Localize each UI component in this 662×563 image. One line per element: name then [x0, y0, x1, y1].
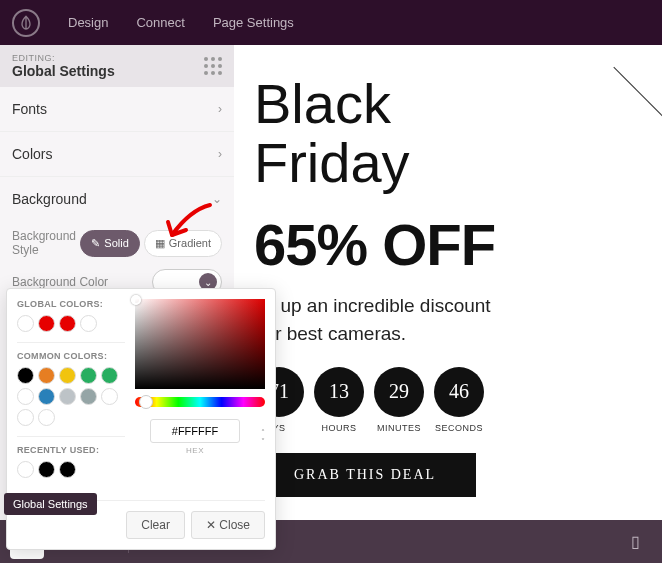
- hex-stepper[interactable]: ˄˅: [261, 429, 265, 446]
- color-swatch[interactable]: [17, 388, 34, 405]
- gradient-button[interactable]: ▦Gradient: [144, 230, 222, 257]
- saturation-box[interactable]: [135, 299, 265, 389]
- global-swatches: [17, 315, 125, 332]
- swatch-panel: GLOBAL COLORS: COMMON COLORS: RECENTLY U…: [17, 299, 125, 488]
- close-button[interactable]: ✕ Close: [191, 511, 265, 539]
- color-swatch[interactable]: [59, 388, 76, 405]
- recent-colors-label: RECENTLY USED:: [17, 445, 125, 455]
- subtext: ap up an incredible discount our best ca…: [254, 292, 642, 349]
- top-nav: Design Connect Page Settings: [0, 0, 662, 45]
- bg-style-toggle: ✎Solid ▦Gradient: [80, 230, 222, 257]
- global-colors-label: GLOBAL COLORS:: [17, 299, 125, 309]
- color-swatch[interactable]: [59, 367, 76, 384]
- common-swatches: [17, 367, 125, 426]
- color-swatch[interactable]: [17, 409, 34, 426]
- section-fonts[interactable]: Fonts ›: [0, 87, 234, 132]
- saturation-handle[interactable]: [131, 295, 141, 305]
- nav-connect[interactable]: Connect: [136, 15, 184, 30]
- app-logo[interactable]: [12, 9, 40, 37]
- color-swatch[interactable]: [80, 367, 97, 384]
- hex-label: HEX: [135, 446, 255, 455]
- color-gradient-panel: HEX ˄˅: [135, 299, 265, 488]
- color-swatch[interactable]: [17, 315, 34, 332]
- countdown: 71YS 13HOURS 29MINUTES 46SECONDS: [254, 367, 642, 433]
- recent-swatches: [17, 461, 125, 478]
- section-colors[interactable]: Colors ›: [0, 132, 234, 177]
- chevron-right-icon: ›: [218, 147, 222, 161]
- countdown-seconds: 46SECONDS: [434, 367, 484, 433]
- cta-button[interactable]: GRAB THIS DEAL: [254, 453, 476, 497]
- gradient-icon: ▦: [155, 237, 165, 250]
- color-swatch[interactable]: [17, 461, 34, 478]
- section-label: Fonts: [12, 101, 47, 117]
- preview-canvas: Black Friday 65% OFF ap up an incredible…: [234, 45, 662, 520]
- color-swatch[interactable]: [59, 315, 76, 332]
- chevron-right-icon: ›: [218, 102, 222, 116]
- close-icon: ✕: [206, 518, 219, 532]
- hue-slider[interactable]: [135, 397, 265, 407]
- bg-color-label: Background Color: [12, 275, 108, 289]
- color-swatch[interactable]: [80, 315, 97, 332]
- color-swatch[interactable]: [80, 388, 97, 405]
- color-swatch[interactable]: [101, 367, 118, 384]
- nav-page-settings[interactable]: Page Settings: [213, 15, 294, 30]
- stepper-up-icon[interactable]: ˄: [261, 429, 265, 437]
- section-background[interactable]: Background ⌄: [0, 177, 234, 221]
- color-swatch[interactable]: [38, 461, 55, 478]
- discount-text: 65% OFF: [254, 211, 642, 278]
- stepper-down-icon[interactable]: ˅: [261, 438, 265, 446]
- color-swatch[interactable]: [101, 388, 118, 405]
- editing-label: EDITING:: [12, 53, 115, 63]
- bg-style-label: Background Style: [12, 229, 80, 257]
- clear-button[interactable]: Clear: [126, 511, 185, 539]
- hex-input[interactable]: [150, 419, 240, 443]
- chevron-down-icon: ⌄: [212, 192, 222, 206]
- section-label: Colors: [12, 146, 52, 162]
- drag-handle-icon[interactable]: [204, 57, 222, 75]
- panel-header: EDITING: Global Settings: [0, 45, 234, 87]
- hue-handle[interactable]: [139, 395, 153, 409]
- section-label: Background: [12, 191, 87, 207]
- countdown-minutes: 29MINUTES: [374, 367, 424, 433]
- color-swatch[interactable]: [38, 409, 55, 426]
- device-preview-button[interactable]: ▯: [618, 525, 652, 559]
- color-swatch[interactable]: [38, 388, 55, 405]
- mobile-icon: ▯: [631, 532, 640, 551]
- pencil-icon: ✎: [91, 237, 100, 250]
- solid-button[interactable]: ✎Solid: [80, 230, 139, 257]
- panel-title: Global Settings: [12, 63, 115, 79]
- nav-design[interactable]: Design: [68, 15, 108, 30]
- countdown-hours: 13HOURS: [314, 367, 364, 433]
- tooltip: Global Settings: [4, 493, 97, 515]
- color-swatch[interactable]: [59, 461, 76, 478]
- headline-text: Black Friday: [254, 75, 642, 193]
- color-swatch[interactable]: [38, 367, 55, 384]
- color-swatch[interactable]: [38, 315, 55, 332]
- color-swatch[interactable]: [17, 367, 34, 384]
- common-colors-label: COMMON COLORS:: [17, 351, 125, 361]
